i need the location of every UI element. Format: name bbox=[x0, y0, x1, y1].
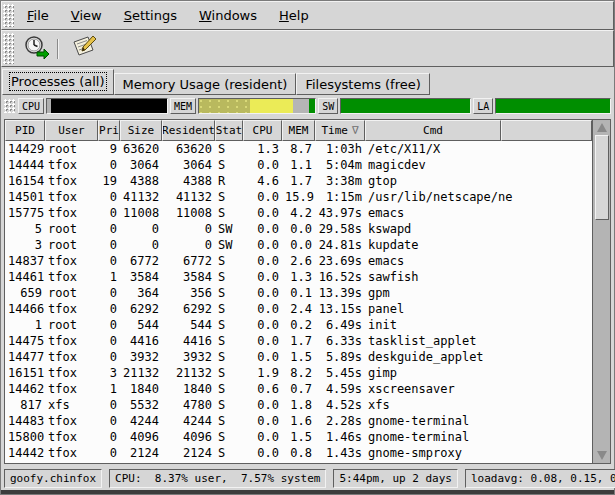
process-row[interactable]: 14461tfox135843584S0.01.316.52ssawfish bbox=[5, 269, 592, 285]
cell-pri: 1 bbox=[98, 269, 120, 285]
column-header-cpu[interactable]: CPU bbox=[243, 120, 282, 141]
process-table-main: PIDUserPriSizeResidentStatCPUMEMTime∇Cmd… bbox=[5, 120, 592, 463]
cell-resident: 6292 bbox=[162, 301, 215, 317]
scroll-down-button[interactable] bbox=[593, 448, 610, 463]
process-row[interactable]: 14466tfox062926292S0.02.413.15spanel bbox=[5, 301, 592, 317]
monitor-bar-row: CPUMEMSWLA bbox=[1, 95, 614, 117]
cell-pid: 14444 bbox=[5, 157, 45, 173]
scroll-up-button[interactable] bbox=[593, 120, 610, 135]
table-header-row: PIDUserPriSizeResidentStatCPUMEMTime∇Cmd bbox=[5, 120, 592, 141]
cell-user: tfox bbox=[45, 189, 98, 205]
tab-processes-all[interactable]: Processes (all) bbox=[2, 69, 114, 95]
cell-size: 4244 bbox=[120, 413, 162, 429]
column-header-user[interactable]: User bbox=[45, 120, 98, 141]
gtop-window: FileViewSettingsWindowsHelp bbox=[0, 0, 615, 495]
menu-accelerator: V bbox=[71, 8, 80, 23]
toolbar-grip-handle[interactable] bbox=[3, 33, 14, 64]
monitor-row-grip-handle[interactable] bbox=[4, 99, 15, 113]
cell-cmd: xscreensaver bbox=[365, 381, 592, 397]
edit-properties-button[interactable] bbox=[68, 34, 100, 64]
cell-cpu: 0.0 bbox=[243, 253, 282, 269]
process-row[interactable]: 14462tfox118401840S0.60.74.59sxscreensav… bbox=[5, 381, 592, 397]
column-header-size[interactable]: Size bbox=[120, 120, 162, 141]
cell-pri: 19 bbox=[98, 173, 120, 189]
process-row[interactable]: 14477tfox039323932S0.01.55.89sdeskguide_… bbox=[5, 349, 592, 365]
process-row[interactable]: 659root0364356S0.00.113.39sgpm bbox=[5, 285, 592, 301]
process-row[interactable]: 14475tfox044164416S0.01.76.33stasklist_a… bbox=[5, 333, 592, 349]
process-row[interactable]: 14442tfox021242124S0.00.81.43sgnome-smpr… bbox=[5, 445, 592, 461]
tab-label: Processes (all) bbox=[11, 74, 105, 89]
cell-time: 29.58s bbox=[315, 221, 365, 237]
cell-stat: S bbox=[215, 333, 243, 349]
column-header-label: CPU bbox=[253, 124, 273, 137]
column-header-mem[interactable]: MEM bbox=[282, 120, 315, 141]
cell-pid: 14501 bbox=[5, 189, 45, 205]
column-header-pri[interactable]: Pri bbox=[98, 120, 120, 141]
cell-pid: 16154 bbox=[5, 173, 45, 189]
cell-pid: 14461 bbox=[5, 269, 45, 285]
cell-cpu: 1.9 bbox=[243, 365, 282, 381]
menu-item-settings[interactable]: Settings bbox=[113, 3, 188, 28]
cell-stat: S bbox=[215, 413, 243, 429]
scroll-up-arrow-icon bbox=[597, 123, 607, 132]
cell-cpu: 0.0 bbox=[243, 333, 282, 349]
cell-pri: 0 bbox=[98, 157, 120, 173]
process-row[interactable]: 14483tfox042444244S0.01.62.28sgnome-term… bbox=[5, 413, 592, 429]
cell-size: 364 bbox=[120, 285, 162, 301]
refresh-timer-button[interactable] bbox=[20, 34, 52, 64]
cell-pri: 0 bbox=[98, 413, 120, 429]
cell-stat: S bbox=[215, 157, 243, 173]
column-header-cmd[interactable]: Cmd bbox=[365, 120, 501, 141]
cell-time: 5.45s bbox=[315, 365, 365, 381]
process-row[interactable]: 14444tfox030643064S0.01.15:04mmagicdev bbox=[5, 157, 592, 173]
process-row[interactable]: 16151tfox32113221132S1.98.25.45sgimp bbox=[5, 365, 592, 381]
process-row[interactable]: 16154tfox1943884388R4.61.73:38mgtop bbox=[5, 173, 592, 189]
process-row[interactable]: 3root000SW0.00.024.81skupdate bbox=[5, 237, 592, 253]
cell-resident: 4096 bbox=[162, 429, 215, 445]
cell-size: 0 bbox=[120, 221, 162, 237]
cell-pid: 14442 bbox=[5, 445, 45, 461]
cell-stat: SW bbox=[215, 221, 243, 237]
menu-item-windows[interactable]: Windows bbox=[188, 3, 268, 28]
cell-size: 6292 bbox=[120, 301, 162, 317]
scrollbar-thumb[interactable] bbox=[595, 135, 609, 220]
cell-mem: 2.6 bbox=[282, 253, 315, 269]
cell-time: 1.43s bbox=[315, 445, 365, 461]
column-header-pid[interactable]: PID bbox=[5, 120, 45, 141]
process-table: PIDUserPriSizeResidentStatCPUMEMTime∇Cmd… bbox=[4, 119, 611, 464]
cell-cpu: 0.0 bbox=[243, 349, 282, 365]
column-header-stat[interactable]: Stat bbox=[215, 120, 243, 141]
cell-cpu: 4.6 bbox=[243, 173, 282, 189]
cell-resident: 3064 bbox=[162, 157, 215, 173]
process-row[interactable]: 15800tfox040964096S0.01.51.46sgnome-term… bbox=[5, 429, 592, 445]
process-row[interactable]: 5root000SW0.00.029.58skswapd bbox=[5, 221, 592, 237]
tab-filesystems-free[interactable]: Filesystems (free) bbox=[296, 73, 429, 95]
column-header-time[interactable]: Time∇ bbox=[315, 120, 365, 141]
cell-user: tfox bbox=[45, 253, 98, 269]
process-row[interactable]: 14429root96362063620S1.38.71:03h/etc/X11… bbox=[5, 141, 592, 157]
cell-stat: S bbox=[215, 445, 243, 461]
cell-time: 3:38m bbox=[315, 173, 365, 189]
process-row[interactable]: 14501tfox04113241132S0.015.91:15m/usr/li… bbox=[5, 189, 592, 205]
cpu-usage-bar bbox=[46, 98, 168, 114]
toolbar-separator bbox=[57, 39, 59, 59]
process-row[interactable]: 15775tfox01100811008S0.04.243.97semacs bbox=[5, 205, 592, 221]
cell-pid: 14466 bbox=[5, 301, 45, 317]
monitor-label-mem: MEM bbox=[170, 98, 196, 114]
vertical-scrollbar[interactable] bbox=[592, 120, 610, 463]
column-header-resident[interactable]: Resident bbox=[162, 120, 215, 141]
menu-item-help[interactable]: Help bbox=[268, 3, 320, 28]
cell-size: 3932 bbox=[120, 349, 162, 365]
tab-memory-usage-resident[interactable]: Memory Usage (resident) bbox=[114, 73, 297, 95]
cell-time: 5:04m bbox=[315, 157, 365, 173]
process-row[interactable]: 817xfs055324780S0.01.84.52sxfs bbox=[5, 397, 592, 413]
cell-cmd: /usr/lib/netscape/ne bbox=[365, 189, 592, 205]
usage-segment bbox=[341, 99, 470, 113]
process-row[interactable]: 14837tfox067726772S0.02.623.69semacs bbox=[5, 253, 592, 269]
process-row[interactable]: 1root0544544S0.00.26.49sinit bbox=[5, 317, 592, 333]
usage-segment bbox=[293, 99, 309, 113]
menu-item-view[interactable]: View bbox=[60, 3, 113, 28]
column-header-label: MEM bbox=[289, 124, 309, 137]
menubar-grip-handle[interactable] bbox=[3, 4, 14, 27]
menu-item-file[interactable]: File bbox=[16, 3, 60, 28]
